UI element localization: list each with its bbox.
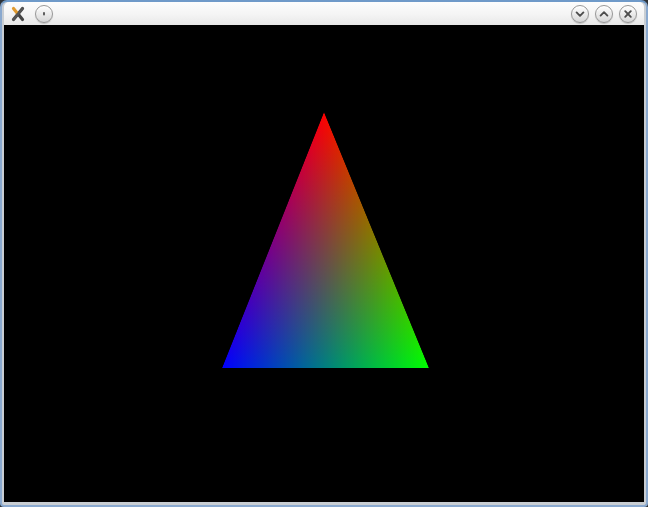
chevron-up-icon — [596, 6, 612, 22]
minimize-button[interactable] — [571, 5, 589, 23]
gl-viewport — [4, 25, 644, 502]
x-application-icon[interactable] — [10, 6, 26, 22]
chevron-down-icon — [572, 6, 588, 22]
close-button[interactable] — [619, 5, 637, 23]
window-controls — [571, 5, 637, 23]
titlebar[interactable] — [4, 2, 644, 25]
maximize-button[interactable] — [595, 5, 613, 23]
gl-canvas — [4, 25, 644, 502]
on-all-desktops-button[interactable] — [35, 5, 53, 23]
x-icon — [620, 6, 636, 22]
application-window — [0, 0, 648, 507]
pin-dot-icon — [36, 6, 52, 22]
